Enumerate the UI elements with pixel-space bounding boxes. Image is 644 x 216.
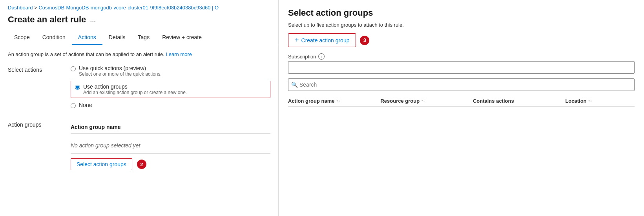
radio-none-labels: None	[79, 102, 92, 108]
radio-groups[interactable]	[75, 85, 80, 90]
search-icon: 🔍	[291, 82, 298, 88]
select-btn-wrapper: Select action groups 2	[71, 158, 270, 170]
radio-quick-sublabel: Select one or more of the quick actions.	[79, 71, 162, 77]
tab-actions[interactable]: Actions	[72, 30, 102, 45]
breadcrumb-dashboard[interactable]: Dashboard	[8, 5, 33, 11]
breadcrumb-resource[interactable]: CosmosDB-MongoDB-mongodb-vcore-cluster01…	[38, 5, 219, 11]
col-action-group-name[interactable]: Action group name ↑↓	[288, 98, 380, 104]
action-groups-label: Action groups	[8, 120, 71, 170]
col-location-label: Location	[565, 98, 586, 104]
create-group-btn-wrapper: + Create action group 3	[288, 33, 635, 47]
table-header: Action group name ↑↓ Resource group ↑↓ C…	[288, 96, 635, 107]
col-action-group-name-label: Action group name	[288, 98, 334, 104]
learn-more-text: Learn more	[166, 51, 192, 57]
tab-tags[interactable]: Tags	[132, 30, 156, 45]
panel-title: Select action groups	[288, 8, 635, 18]
subscription-input[interactable]	[288, 61, 635, 74]
col-resource-group-sort-icon[interactable]: ↑↓	[421, 99, 425, 103]
info-text-main: An action group is a set of actions that…	[8, 51, 164, 57]
create-action-group-button[interactable]: + Create action group	[288, 33, 356, 47]
tab-scope[interactable]: Scope	[8, 30, 36, 45]
select-actions-controls: Use quick actions (preview) Select one o…	[71, 65, 270, 112]
radio-quick-label[interactable]: Use quick actions (preview)	[79, 65, 162, 71]
col-action-group-sort-icon[interactable]: ↑↓	[336, 99, 340, 103]
col-resource-group[interactable]: Resource group ↑↓	[380, 98, 473, 104]
radio-none-label[interactable]: None	[79, 102, 92, 108]
action-group-name-header: Action group name	[71, 124, 270, 134]
tab-review-create[interactable]: Review + create	[156, 30, 208, 45]
radio-quick-labels: Use quick actions (preview) Select one o…	[79, 65, 162, 77]
action-groups-controls: Action group name No action group select…	[71, 124, 270, 170]
tab-details[interactable]: Details	[102, 30, 132, 45]
create-action-group-label: Create action group	[301, 37, 350, 44]
page-title-text: Create an alert rule	[8, 15, 86, 25]
select-actions-row: Select actions Use quick actions (previe…	[8, 65, 270, 112]
select-actions-label: Select actions	[8, 65, 71, 112]
tab-condition[interactable]: Condition	[36, 30, 72, 45]
tab-bar: Scope Condition Actions Details Tags Rev…	[0, 30, 278, 45]
radio-groups-label[interactable]: Use action groups	[83, 83, 187, 90]
search-wrapper: 🔍	[288, 78, 635, 91]
col-resource-group-label: Resource group	[380, 98, 420, 104]
page-title-ellipsis[interactable]: ...	[90, 16, 96, 24]
action-groups-row: Action groups Action group name No actio…	[8, 120, 270, 170]
col-location-sort-icon[interactable]: ↑↓	[588, 99, 592, 103]
breadcrumb: Dashboard > CosmosDB-MongoDB-mongodb-vco…	[0, 0, 278, 13]
badge-3: 3	[360, 36, 369, 45]
breadcrumb-separator: >	[34, 5, 38, 11]
no-group-text: No action group selected yet	[71, 138, 270, 154]
page-title: Create an alert rule ...	[0, 13, 278, 30]
plus-icon: +	[295, 36, 299, 44]
col-contains-actions-label: Contains actions	[473, 98, 514, 104]
content-area: An action group is a set of actions that…	[0, 45, 278, 216]
learn-more-link[interactable]: Learn more	[166, 51, 192, 57]
select-action-groups-button[interactable]: Select action groups	[71, 158, 132, 170]
table-body	[288, 107, 635, 208]
panel-description: Select up to five action groups to attac…	[288, 22, 635, 28]
subscription-label: Subscription i	[288, 53, 635, 60]
subscription-info-icon[interactable]: i	[318, 53, 325, 60]
radio-quick[interactable]	[71, 66, 76, 71]
radio-option-quick[interactable]: Use quick actions (preview) Select one o…	[71, 65, 270, 77]
radio-none[interactable]	[71, 103, 76, 108]
col-contains-actions: Contains actions	[473, 98, 565, 104]
left-panel: Dashboard > CosmosDB-MongoDB-mongodb-vco…	[0, 0, 279, 216]
right-panel: Select action groups Select up to five a…	[279, 0, 644, 216]
col-location[interactable]: Location ↑↓	[565, 98, 635, 104]
radio-option-groups[interactable]: Use action groups Add an existing action…	[71, 81, 270, 98]
radio-option-none[interactable]: None	[71, 102, 270, 108]
radio-groups-labels: Use action groups Add an existing action…	[83, 83, 187, 95]
radio-groups-sublabel: Add an existing action group or create a…	[83, 90, 187, 95]
subscription-label-text: Subscription	[288, 54, 316, 60]
info-text: An action group is a set of actions that…	[8, 51, 270, 57]
search-input[interactable]	[288, 78, 635, 91]
badge-2: 2	[137, 160, 146, 169]
